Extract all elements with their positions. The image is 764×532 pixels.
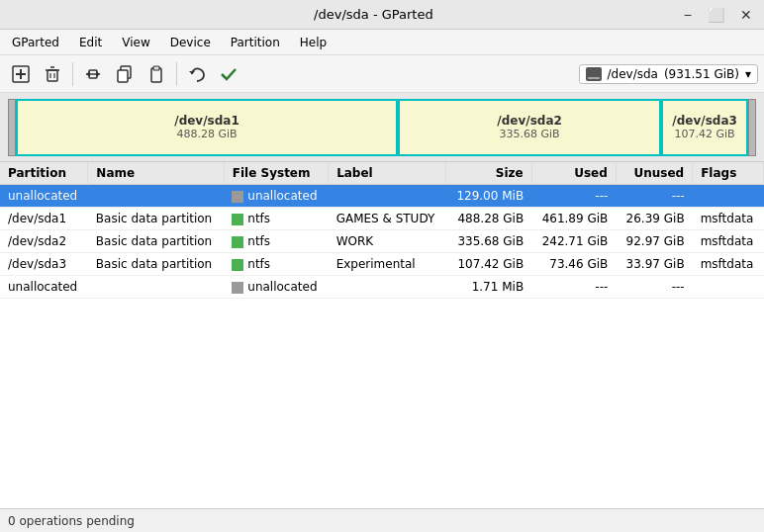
device-label: /dev/sda [608, 67, 658, 81]
new-partition-button[interactable] [6, 60, 36, 88]
col-filesystem: File System [224, 162, 328, 185]
menu-item-gparted[interactable]: GParted [4, 33, 67, 52]
unalloc-icon [232, 282, 243, 294]
cell-name [88, 276, 224, 299]
window-controls: − ⬜ ✕ [680, 5, 756, 25]
col-name: Name [88, 162, 224, 185]
titlebar: /dev/sda - GParted − ⬜ ✕ [0, 0, 764, 30]
cell-filesystem: ntfs [224, 208, 328, 230]
cell-label: Experimental [329, 253, 446, 276]
cell-partition: /dev/sda1 [0, 208, 88, 230]
disk-sda3-label: /dev/sda3 [672, 114, 737, 128]
copy-button[interactable] [110, 60, 140, 88]
apply-button[interactable] [214, 60, 243, 88]
disk-sda1-size: 488.28 GiB [176, 128, 237, 140]
col-partition: Partition [0, 162, 88, 185]
disk-sda2-label: /dev/sda2 [497, 114, 562, 128]
window-title: /dev/sda - GParted [67, 7, 680, 22]
close-button[interactable]: ✕ [736, 5, 756, 25]
partition-table-wrapper: Partition Name File System Label Size Us… [0, 162, 764, 508]
disk-sda1-label: /dev/sda1 [174, 114, 239, 128]
device-size: (931.51 GiB) [664, 67, 739, 81]
disk-sda3-size: 107.42 GiB [675, 128, 735, 140]
cell-size: 107.42 GiB [446, 253, 531, 276]
cell-name: Basic data partition [88, 230, 224, 253]
menu-item-partition[interactable]: Partition [223, 33, 288, 52]
ntfs-icon [232, 236, 243, 248]
cell-flags: msftdata [693, 230, 764, 253]
cell-name [88, 185, 224, 208]
partition-table-body: unallocatedunallocated129.00 MiB------/d… [0, 185, 764, 299]
new-icon [12, 65, 30, 83]
toolbar-separator-1 [72, 62, 73, 86]
device-selector[interactable]: /dev/sda (931.51 GiB) ▾ [579, 64, 758, 84]
cell-used: --- [531, 276, 616, 299]
cell-used: 461.89 GiB [531, 208, 616, 230]
cell-label: WORK [329, 230, 446, 253]
cell-unused: 92.97 GiB [616, 230, 692, 253]
unalloc-icon [232, 191, 243, 203]
svg-rect-13 [118, 70, 128, 82]
toolbar: /dev/sda (931.51 GiB) ▾ [0, 55, 764, 93]
disk-visual: /dev/sda1 488.28 GiB /dev/sda2 335.68 Gi… [0, 93, 764, 162]
cell-unused: --- [616, 276, 692, 299]
cell-filesystem: unallocated [224, 276, 328, 299]
cell-size: 129.00 MiB [446, 185, 531, 208]
disk-icon [586, 67, 602, 81]
undo-icon [188, 65, 206, 83]
minimize-button[interactable]: − [680, 5, 696, 25]
partition-table: Partition Name File System Label Size Us… [0, 162, 764, 299]
menu-item-help[interactable]: Help [292, 33, 334, 52]
status-text: 0 operations pending [8, 514, 135, 528]
cell-filesystem: unallocated [224, 185, 328, 208]
cell-flags: msftdata [693, 253, 764, 276]
paste-icon [147, 65, 165, 83]
maximize-button[interactable]: ⬜ [704, 5, 728, 25]
table-row[interactable]: unallocatedunallocated129.00 MiB------ [0, 185, 764, 208]
cell-filesystem: ntfs [224, 253, 328, 276]
disk-partition-sda3[interactable]: /dev/sda3 107.42 GiB [661, 99, 748, 156]
disk-unallocated-end [748, 99, 756, 156]
svg-rect-15 [153, 66, 159, 70]
cell-size: 335.68 GiB [446, 230, 531, 253]
col-flags: Flags [693, 162, 764, 185]
disk-sda2-size: 335.68 GiB [500, 128, 560, 140]
cell-label [329, 185, 446, 208]
partition-table-header: Partition Name File System Label Size Us… [0, 162, 764, 185]
resize-icon [84, 65, 102, 83]
delete-partition-button[interactable] [38, 60, 67, 88]
table-row[interactable]: /dev/sda3Basic data partitionntfsExperim… [0, 253, 764, 276]
undo-button[interactable] [182, 60, 212, 88]
paste-button[interactable] [142, 60, 171, 88]
delete-icon [44, 65, 61, 83]
disk-unallocated-start [8, 99, 16, 156]
col-used: Used [531, 162, 616, 185]
menu-item-device[interactable]: Device [162, 33, 219, 52]
disk-partition-sda2[interactable]: /dev/sda2 335.68 GiB [398, 99, 661, 156]
svg-marker-16 [189, 71, 195, 74]
menu-item-view[interactable]: View [114, 33, 157, 52]
cell-filesystem: ntfs [224, 230, 328, 253]
cell-partition: /dev/sda2 [0, 230, 88, 253]
table-row[interactable]: /dev/sda1Basic data partitionntfsGAMES &… [0, 208, 764, 230]
table-row[interactable]: unallocatedunallocated1.71 MiB------ [0, 276, 764, 299]
cell-name: Basic data partition [88, 208, 224, 230]
cell-used: 73.46 GiB [531, 253, 616, 276]
apply-icon [220, 65, 238, 83]
toolbar-separator-2 [176, 62, 177, 86]
cell-flags [693, 185, 764, 208]
cell-used: --- [531, 185, 616, 208]
ntfs-icon [232, 214, 243, 225]
cell-unused: 26.39 GiB [616, 208, 692, 230]
statusbar: 0 operations pending [0, 508, 764, 532]
disk-partition-sda1[interactable]: /dev/sda1 488.28 GiB [16, 99, 398, 156]
table-row[interactable]: /dev/sda2Basic data partitionntfsWORK335… [0, 230, 764, 253]
menu-item-edit[interactable]: Edit [71, 33, 110, 52]
col-label: Label [329, 162, 446, 185]
resize-move-button[interactable] [78, 60, 108, 88]
cell-partition: /dev/sda3 [0, 253, 88, 276]
device-dropdown-icon: ▾ [745, 67, 751, 81]
cell-unused: --- [616, 185, 692, 208]
menubar: GPartedEditViewDevicePartitionHelp [0, 30, 764, 55]
cell-label: GAMES & STUDY [329, 208, 446, 230]
